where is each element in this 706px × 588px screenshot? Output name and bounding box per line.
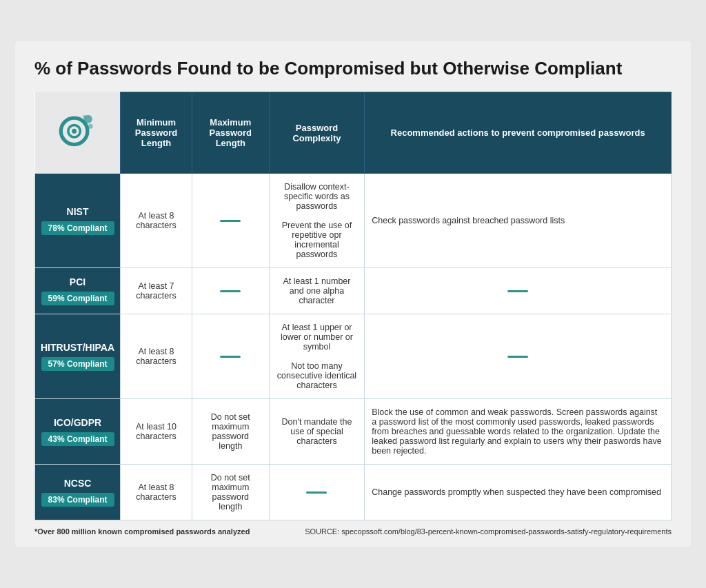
dash-icon bbox=[220, 290, 241, 292]
max-length-4: Do not set maximum password length bbox=[192, 465, 269, 520]
recommended-2 bbox=[365, 314, 672, 399]
page-title: % of Passwords Found to be Compromised b… bbox=[34, 58, 672, 79]
max-length-1 bbox=[192, 268, 269, 314]
dash-icon bbox=[220, 356, 241, 358]
recommended-3: Block the use of common and weak passwor… bbox=[365, 399, 672, 465]
standard-name: NIST bbox=[41, 206, 114, 217]
standard-cell-0: NIST 78% Compliant bbox=[35, 174, 121, 268]
min-length-1: At least 7 characters bbox=[121, 268, 192, 314]
recommended-4: Change passwords promptly when suspected… bbox=[365, 465, 672, 520]
svg-point-4 bbox=[88, 124, 93, 129]
standard-name: ICO/GDPR bbox=[41, 417, 114, 428]
dash-icon bbox=[306, 491, 327, 494]
col2-header: Minimum Password Length bbox=[121, 92, 192, 174]
col5-header: Recommended actions to prevent compromis… bbox=[365, 92, 672, 174]
col3-header: Maximum Password Length bbox=[192, 92, 269, 174]
recommended-0: Check passwords against breached passwor… bbox=[365, 174, 672, 268]
standard-cell-3: ICO/GDPR 43% Compliant bbox=[35, 399, 121, 465]
min-length-0: At least 8 characters bbox=[121, 174, 192, 268]
max-length-3: Do not set maximum password length bbox=[192, 399, 269, 465]
footer-note: *Over 800 million known compromised pass… bbox=[34, 527, 250, 536]
standard-name: PCI bbox=[41, 276, 114, 287]
footer-source: SOURCE: specopssoft.com/blog/83-percent-… bbox=[305, 527, 672, 536]
standard-cell-2: HITRUST/HIPAA 57% Compliant bbox=[35, 314, 121, 399]
compliance-badge: 59% Compliant bbox=[41, 292, 114, 305]
main-container: % of Passwords Found to be Compromised b… bbox=[15, 41, 691, 547]
complexity-2: At least 1 upper or lower or number or s… bbox=[269, 314, 365, 399]
standard-name: NCSC bbox=[41, 478, 114, 489]
min-length-4: At least 8 characters bbox=[121, 465, 192, 520]
recommended-1 bbox=[365, 268, 672, 314]
footer: *Over 800 million known compromised pass… bbox=[34, 527, 672, 536]
complexity-1: At least 1 number and one alpha characte… bbox=[269, 268, 365, 314]
compliance-badge: 57% Compliant bbox=[41, 357, 114, 371]
complexity-4 bbox=[269, 465, 365, 520]
svg-point-2 bbox=[72, 129, 77, 134]
standard-cell-1: PCI 59% Compliant bbox=[35, 268, 121, 314]
logo-header bbox=[35, 92, 121, 174]
compliance-badge: 78% Compliant bbox=[41, 221, 114, 235]
min-length-2: At least 8 characters bbox=[121, 314, 192, 399]
standard-name: HITRUST/HIPAA bbox=[41, 342, 114, 353]
min-length-3: At least 10 characters bbox=[121, 399, 192, 465]
standard-cell-4: NCSC 83% Compliant bbox=[35, 465, 121, 520]
compliance-badge: 83% Compliant bbox=[41, 493, 114, 507]
dash-icon bbox=[507, 356, 528, 358]
complexity-0: Disallow context-specific words as passw… bbox=[269, 174, 365, 268]
data-table: Minimum Password Length Maximum Password… bbox=[34, 92, 672, 521]
complexity-3: Don't mandate the use of special charact… bbox=[269, 399, 365, 465]
compliance-badge: 43% Compliant bbox=[41, 432, 114, 446]
max-length-0 bbox=[192, 174, 269, 268]
col4-header: Password Complexity bbox=[269, 92, 365, 174]
dash-icon bbox=[507, 290, 528, 292]
svg-point-5 bbox=[83, 115, 86, 119]
max-length-2 bbox=[192, 314, 269, 399]
dash-icon bbox=[220, 220, 241, 222]
